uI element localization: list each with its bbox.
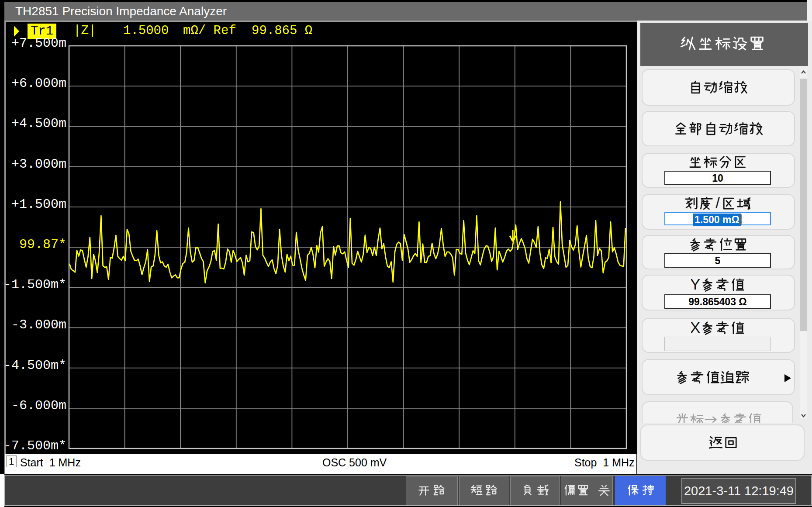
svg-text:Y: Y	[691, 276, 700, 293]
svg-text:/: /	[715, 195, 720, 211]
svg-text:X: X	[691, 320, 700, 336]
